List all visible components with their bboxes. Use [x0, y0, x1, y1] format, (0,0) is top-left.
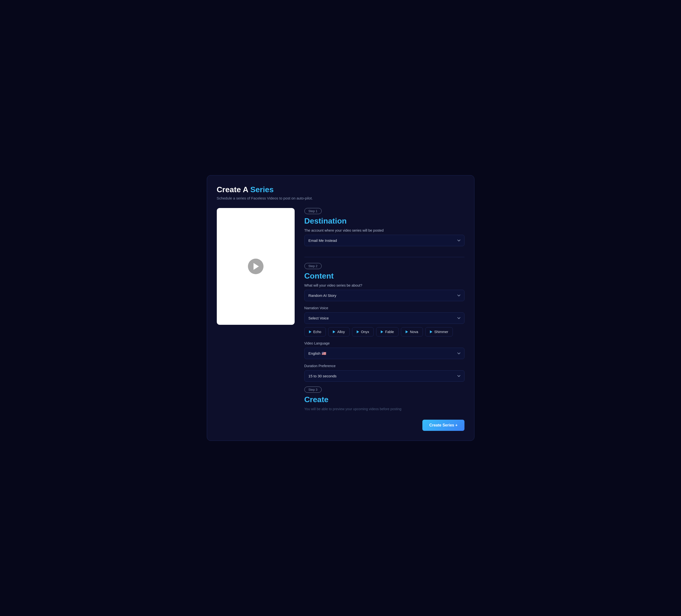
- voice-label-onyx: Onyx: [361, 330, 369, 334]
- voice-btn-fable[interactable]: Fable: [376, 327, 399, 336]
- content-select[interactable]: Random AI Story Tech News Motivational Q…: [304, 290, 464, 301]
- step1-section: Step 1 Destination The account where you…: [304, 208, 464, 251]
- step1-title: Destination: [304, 216, 464, 226]
- step2-title: Content: [304, 272, 464, 281]
- content-label: What will your video series be about?: [304, 283, 464, 287]
- page-header: Create A Series Schedule a series of Fac…: [217, 185, 464, 200]
- voice-label-alloy: Alloy: [337, 330, 345, 334]
- voice-btn-onyx[interactable]: Onyx: [352, 327, 374, 336]
- create-series-button[interactable]: Create Series +: [422, 420, 464, 431]
- content-field-group: What will your video series be about? Ra…: [304, 283, 464, 301]
- narration-field-group: Narration Voice Select Voice Echo Alloy …: [304, 306, 464, 336]
- step2-badge: Step 2: [304, 263, 322, 269]
- step1-badge: Step 1: [304, 208, 322, 214]
- step2-section: Step 2 Content What will your video seri…: [304, 263, 464, 387]
- destination-select[interactable]: Email Me Instead YouTube TikTok Instagra…: [304, 235, 464, 246]
- language-select[interactable]: English 🇺🇸 Spanish 🇪🇸 French 🇫🇷 German 🇩…: [304, 348, 464, 359]
- voice-play-icon-onyx: [357, 330, 359, 333]
- voice-play-icon-nova: [406, 330, 408, 333]
- language-label: Video Language: [304, 341, 464, 345]
- duration-label: Duration Preference: [304, 364, 464, 368]
- page-subtitle: Schedule a series of Faceless Videos to …: [217, 196, 464, 200]
- voice-buttons-group: Echo Alloy Onyx Fable: [304, 327, 464, 336]
- voice-label-echo: Echo: [313, 330, 321, 334]
- step3-section: Step 3 Create You will be able to previe…: [304, 387, 464, 414]
- play-button[interactable]: [248, 259, 263, 274]
- form-section: Step 1 Destination The account where you…: [304, 208, 464, 431]
- voice-btn-echo[interactable]: Echo: [304, 327, 326, 336]
- bottom-row: Create Series +: [304, 416, 464, 431]
- step3-title: Create: [304, 395, 464, 404]
- duration-select[interactable]: 15 to 30 seconds 30 to 60 seconds 1 to 2…: [304, 370, 464, 382]
- video-preview: [217, 208, 295, 325]
- voice-btn-alloy[interactable]: Alloy: [328, 327, 349, 336]
- voice-play-icon-shimmer: [430, 330, 432, 333]
- step1-label: The account where your video series will…: [304, 228, 464, 232]
- narration-label: Narration Voice: [304, 306, 464, 310]
- main-layout: Step 1 Destination The account where you…: [217, 208, 464, 431]
- voice-play-icon-alloy: [333, 330, 335, 333]
- voice-label-nova: Nova: [410, 330, 418, 334]
- page-container: Create A Series Schedule a series of Fac…: [207, 175, 475, 441]
- voice-play-icon-echo: [309, 330, 311, 333]
- voice-label-fable: Fable: [385, 330, 394, 334]
- title-static: Create A: [217, 185, 250, 194]
- page-title: Create A Series: [217, 185, 464, 194]
- title-highlight: Series: [250, 185, 274, 194]
- narration-select[interactable]: Select Voice Echo Alloy Onyx Fable Nova …: [304, 312, 464, 324]
- play-icon: [254, 263, 259, 270]
- destination-field-group: Email Me Instead YouTube TikTok Instagra…: [304, 235, 464, 246]
- step3-badge: Step 3: [304, 387, 322, 393]
- voice-play-icon-fable: [381, 330, 383, 333]
- voice-btn-shimmer[interactable]: Shimmer: [425, 327, 453, 336]
- step3-subtitle: You will be able to preview your upcomin…: [304, 407, 464, 411]
- voice-label-shimmer: Shimmer: [434, 330, 448, 334]
- duration-field-group: Duration Preference 15 to 30 seconds 30 …: [304, 364, 464, 382]
- voice-btn-nova[interactable]: Nova: [401, 327, 423, 336]
- language-field-group: Video Language English 🇺🇸 Spanish 🇪🇸 Fre…: [304, 341, 464, 359]
